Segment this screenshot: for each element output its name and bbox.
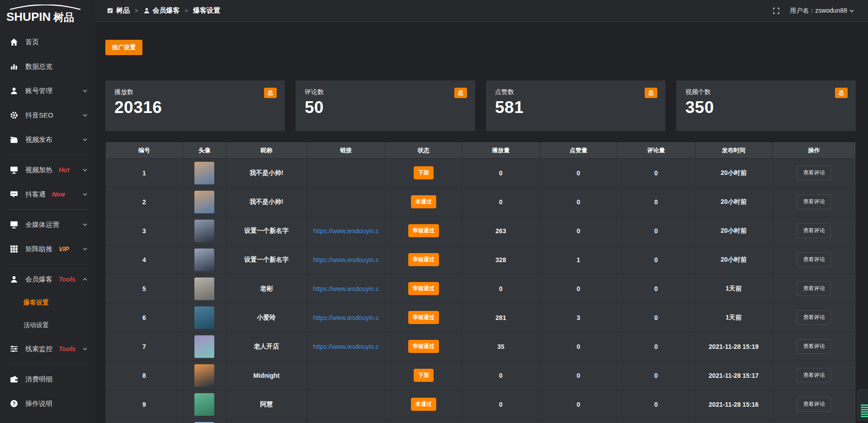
monitor-icon: [10, 221, 18, 229]
username[interactable]: 用户名：zswodun88: [790, 7, 847, 15]
sidebar-item-首页[interactable]: 首页: [0, 30, 95, 54]
cell-avatar: [183, 159, 226, 188]
cell-likes: 0: [540, 159, 617, 188]
status-badge[interactable]: 审核通过: [408, 224, 439, 237]
stat-total-badge: 总: [454, 88, 467, 98]
status-badge[interactable]: 审核通过: [408, 311, 439, 324]
stat-total-badge: 总: [645, 88, 657, 98]
sidebar-item-线索监控[interactable]: 线索监控Tools: [0, 337, 95, 361]
cell-likes: 0: [540, 216, 617, 245]
sidebar-item-视频发布[interactable]: 视频发布: [0, 127, 95, 152]
cell-actions: 查看评论: [772, 216, 855, 245]
view-comments-button[interactable]: 查看评论: [797, 339, 831, 354]
breadcrumb-label: 爆客设置: [193, 6, 220, 15]
cell-actions: 查看评论: [772, 361, 855, 390]
screen-play-icon: [10, 166, 18, 174]
stat-total-badge: 总: [835, 88, 848, 98]
status-badge[interactable]: 下架: [414, 166, 434, 179]
cell-plays: 0: [462, 188, 540, 216]
status-badge[interactable]: 未通过: [411, 195, 436, 208]
sidebar-item-抖客通[interactable]: 抖客通New: [0, 182, 95, 207]
cell-status: 下架: [385, 159, 462, 188]
cell-likes: 3: [540, 303, 617, 332]
sidebar-item-label: 消费明细: [25, 375, 52, 384]
sidebar-item-矩阵助推[interactable]: 矩阵助推VIP: [0, 237, 95, 261]
breadcrumb-item-树品[interactable]: 树品: [107, 6, 130, 15]
chevron-down-icon[interactable]: [849, 8, 854, 14]
chevron-down-icon: [82, 246, 88, 252]
floating-service-widget[interactable]: [857, 390, 868, 420]
sidebar-item-消费明细[interactable]: 消费明细: [0, 367, 95, 391]
view-comments-button[interactable]: 查看评论: [797, 223, 831, 238]
main-column: 树品>会员爆客>爆客设置 用户名：zswodun88 推广设置 播放数20316…: [95, 0, 868, 423]
chevron-down-icon: [82, 167, 88, 173]
profile-link[interactable]: https://www.iesdouyin.c: [307, 256, 385, 263]
profile-link[interactable]: https://www.iesdouyin.c: [307, 314, 385, 321]
sidebar-subitem-活动设置[interactable]: 活动设置: [0, 314, 95, 337]
cell-actions: 查看评论: [772, 188, 855, 216]
stat-total-badge: 总: [264, 88, 277, 98]
cell-comments: [617, 419, 695, 423]
cell-status: 下架: [385, 361, 462, 390]
view-comments-button[interactable]: 查看评论: [797, 310, 831, 325]
status-badge[interactable]: 下架: [414, 369, 434, 382]
cell-publish-time: 2021-11-28 15:17: [695, 361, 772, 390]
cell-link: https://www.iesdouyin.c: [307, 245, 385, 274]
widget-stripe: [861, 407, 868, 408]
cell-comments: 0: [617, 159, 695, 188]
status-badge[interactable]: 审核通过: [408, 340, 439, 353]
sidebar-item-label: 账号管理: [25, 87, 52, 95]
sidebar-item-label: 操作说明: [25, 400, 52, 408]
breadcrumb-item-爆客设置[interactable]: 爆客设置: [193, 6, 220, 15]
cell-link: [307, 159, 385, 188]
cell-plays: 0: [462, 361, 540, 390]
view-comments-button[interactable]: 查看评论: [797, 194, 831, 209]
sidebar-item-会员爆客[interactable]: 会员爆客Tools: [0, 267, 95, 291]
fullscreen-icon[interactable]: [773, 7, 780, 14]
stat-card-评论数: 评论数50总: [296, 80, 475, 131]
sidebar-item-全媒体运营[interactable]: 全媒体运营: [0, 212, 95, 237]
cell-link: [307, 361, 385, 390]
sidebar-item-操作说明[interactable]: ?操作说明: [0, 391, 95, 416]
breadcrumb-item-会员爆客[interactable]: 会员爆客: [143, 6, 180, 15]
sidebar-item-数据总览[interactable]: 数据总览: [0, 54, 95, 79]
chevron-down-icon: [82, 137, 88, 142]
view-comments-button[interactable]: 查看评论: [797, 368, 831, 383]
status-badge[interactable]: 未通过: [411, 398, 436, 411]
sidebar-item-label: 矩阵助推: [25, 245, 52, 254]
profile-link[interactable]: https://www.iesdouyin.c: [307, 343, 385, 350]
status-badge[interactable]: 审核通过: [408, 282, 439, 295]
app-root: SHUPIN树品 首页数据总览账号管理抖音SEO视频发布视频加热Hot抖客通Ne…: [0, 0, 868, 423]
cell-avatar: [183, 188, 226, 216]
cell-link: https://www.iesdouyin.c: [307, 332, 385, 361]
profile-link[interactable]: https://www.iesdouyin.c: [307, 285, 385, 292]
sidebar-item-账号管理[interactable]: 账号管理: [0, 79, 95, 103]
sidebar-subitem-爆客设置[interactable]: 爆客设置: [0, 291, 95, 314]
video-icon: [10, 136, 18, 144]
view-comments-button[interactable]: 查看评论: [797, 252, 831, 267]
promo-settings-button[interactable]: 推广设置: [105, 40, 142, 55]
topbar-right: 用户名：zswodun88: [773, 7, 854, 15]
cell-publish-time: [695, 419, 772, 423]
logo[interactable]: SHUPIN树品: [0, 0, 95, 26]
status-badge[interactable]: 审核通过: [408, 253, 439, 266]
view-comments-button[interactable]: 查看评论: [797, 281, 831, 296]
cell-actions: 查看评论: [772, 303, 855, 332]
cell-comments: 0: [617, 188, 695, 216]
cell-comments: 0: [617, 361, 695, 390]
cell-status: 审核通过: [385, 216, 462, 245]
cell-nickname: [226, 419, 307, 423]
sidebar-item-视频加热[interactable]: 视频加热Hot: [0, 158, 95, 182]
sidebar-divider: [7, 264, 88, 264]
cell-nickname: 老人开店: [226, 332, 307, 361]
sidebar-item-抖音SEO[interactable]: 抖音SEO: [0, 103, 95, 127]
cell-id: [106, 419, 183, 423]
logo-text-cn: 树品: [53, 11, 74, 23]
cell-publish-time: 1天前: [695, 303, 772, 332]
view-comments-button[interactable]: 查看评论: [797, 397, 831, 412]
profile-link[interactable]: https://www.iesdouyin.c: [307, 227, 385, 235]
table-row: 5老彬https://www.iesdouyin.c审核通过0001天前查看评论: [106, 274, 856, 303]
doc-icon: [107, 7, 113, 14]
view-comments-button[interactable]: 查看评论: [797, 165, 831, 180]
cell-likes: 0: [540, 332, 617, 361]
